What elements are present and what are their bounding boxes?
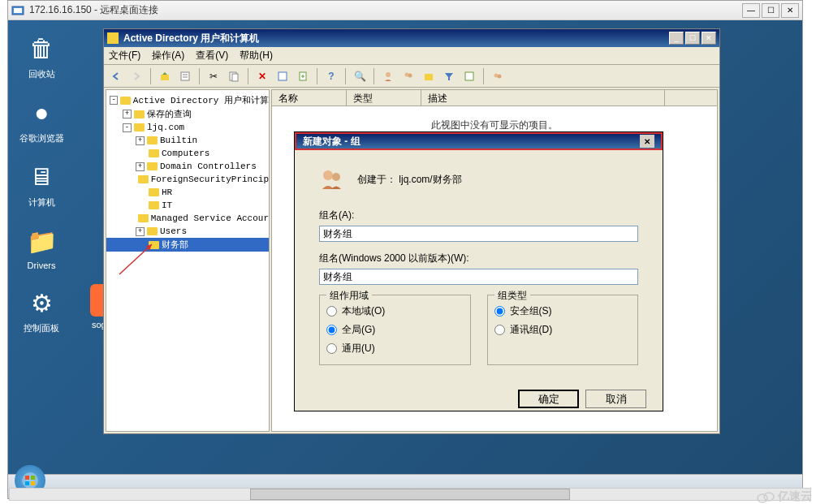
refresh-button[interactable] bbox=[274, 67, 291, 85]
remote-desktop[interactable]: 🗑回收站●谷歌浏览器🖥计算机📁Drivers⚙控制面板 S sogou_ Act… bbox=[8, 20, 802, 498]
ad-minimize-button[interactable]: _ bbox=[669, 32, 684, 45]
radio-label: 通讯组(D) bbox=[510, 323, 553, 337]
tree-expand-toggle[interactable]: + bbox=[136, 162, 145, 171]
up-button[interactable] bbox=[156, 67, 174, 85]
radio-distribution[interactable]: 通讯组(D) bbox=[494, 321, 632, 339]
search-icon[interactable] bbox=[460, 67, 478, 85]
ok-button[interactable]: 确定 bbox=[518, 390, 579, 408]
column-header-desc[interactable]: 描述 bbox=[421, 90, 665, 106]
menu-file[interactable]: 文件(F) bbox=[109, 49, 140, 62]
rdp-close-button[interactable]: ✕ bbox=[781, 3, 799, 18]
rdp-minimize-button[interactable]: — bbox=[742, 3, 760, 18]
find-button[interactable]: 🔍 bbox=[351, 67, 369, 85]
delete-button[interactable]: ✕ bbox=[253, 67, 271, 85]
desktop-icon-control-panel[interactable]: ⚙控制面板 bbox=[16, 286, 67, 334]
dialog-title: 新建对象 - 组 bbox=[303, 135, 640, 149]
tree-node[interactable]: IT bbox=[106, 199, 269, 212]
radio-input-universal[interactable] bbox=[326, 343, 337, 354]
radio-input-global[interactable] bbox=[326, 325, 337, 335]
new-user-icon[interactable] bbox=[379, 67, 397, 85]
menu-action[interactable]: 操作(A) bbox=[152, 49, 184, 62]
tree-expand-toggle[interactable]: + bbox=[123, 110, 132, 118]
filter-icon[interactable] bbox=[440, 67, 458, 85]
radio-security[interactable]: 安全组(S) bbox=[494, 302, 632, 321]
tree-node-label: 保存的查询 bbox=[147, 108, 192, 120]
ad-menu-bar: 文件(F)操作(A)查看(V)帮助(H) bbox=[104, 47, 719, 65]
tree-expand-toggle[interactable]: + bbox=[136, 227, 145, 236]
horizontal-scrollbar[interactable] bbox=[9, 488, 811, 501]
folder-icon bbox=[148, 148, 159, 159]
rdp-icon bbox=[11, 4, 24, 17]
column-header-name[interactable]: 名称 bbox=[272, 90, 347, 106]
tree-node[interactable]: Managed Service Accour bbox=[106, 212, 269, 225]
annotation-arrow bbox=[115, 238, 164, 278]
menu-help[interactable]: 帮助(H) bbox=[240, 49, 273, 62]
desktop-icon-drivers[interactable]: 📁Drivers bbox=[16, 225, 67, 270]
properties-button[interactable] bbox=[176, 67, 194, 85]
ad-maximize-button[interactable]: ☐ bbox=[685, 32, 700, 45]
tree-node[interactable]: HR bbox=[106, 186, 269, 199]
cancel-button[interactable]: 取消 bbox=[585, 390, 646, 408]
tree-node[interactable]: +Users bbox=[106, 225, 269, 238]
folder-icon bbox=[148, 187, 159, 198]
cut-button[interactable]: ✂ bbox=[205, 67, 222, 85]
tree-node[interactable]: -Active Directory 用户和计算 bbox=[106, 93, 269, 107]
tree-node[interactable]: +Domain Controllers bbox=[106, 160, 269, 173]
desktop-icon-label: 回收站 bbox=[28, 68, 55, 80]
desktop-icon-computer[interactable]: 🖥计算机 bbox=[16, 161, 67, 209]
group-name-w2k-input[interactable] bbox=[319, 269, 638, 285]
rdp-window-controls: — ☐ ✕ bbox=[742, 3, 799, 18]
svg-rect-2 bbox=[161, 75, 169, 80]
desktop-icon-label: 计算机 bbox=[28, 196, 55, 209]
tree-node[interactable]: -ljq.com bbox=[106, 121, 269, 134]
rdp-titlebar[interactable]: 172.16.16.150 - 远程桌面连接 — ☐ ✕ bbox=[8, 1, 802, 20]
column-header-type[interactable]: 类型 bbox=[347, 90, 421, 106]
tree-expand-toggle[interactable]: + bbox=[136, 136, 145, 145]
dialog-titlebar[interactable]: 新建对象 - 组 ✕ bbox=[295, 132, 663, 150]
recycle-bin-icon: 🗑 bbox=[25, 32, 58, 65]
desktop-icon-chrome[interactable]: ●谷歌浏览器 bbox=[16, 97, 67, 144]
tree-node[interactable]: +Builtin bbox=[106, 134, 269, 147]
radio-input-distribution[interactable] bbox=[494, 325, 505, 335]
ad-close-button[interactable]: ✕ bbox=[702, 32, 716, 45]
tree-expand-toggle[interactable]: - bbox=[123, 123, 132, 132]
svg-rect-1 bbox=[14, 8, 22, 13]
ad-toolbar: ✂ ✕ ? 🔍 bbox=[104, 65, 719, 88]
radio-input-local[interactable] bbox=[326, 306, 337, 317]
export-button[interactable] bbox=[294, 67, 312, 85]
help-button[interactable]: ? bbox=[322, 67, 340, 85]
desktop-icon-recycle-bin[interactable]: 🗑回收站 bbox=[16, 32, 67, 80]
radio-global[interactable]: 全局(G) bbox=[326, 321, 464, 339]
rdp-maximize-button[interactable]: ☐ bbox=[762, 3, 779, 18]
rdp-window: 172.16.16.150 - 远程桌面连接 — ☐ ✕ 🗑回收站●谷歌浏览器🖥… bbox=[7, 0, 803, 499]
folder-icon bbox=[146, 226, 158, 237]
tree-node[interactable]: Computers bbox=[106, 147, 269, 160]
new-ou-icon[interactable] bbox=[420, 67, 438, 85]
desktop-icon-label: Drivers bbox=[28, 261, 56, 270]
tree-node-label: ForeignSecurityPrincip bbox=[151, 174, 269, 184]
ad-window-title: Active Directory 用户和计算机 bbox=[123, 32, 669, 45]
back-button[interactable] bbox=[107, 67, 125, 85]
tree-node[interactable]: +保存的查询 bbox=[106, 107, 269, 121]
tree-node[interactable]: ForeignSecurityPrincip bbox=[106, 173, 269, 186]
copy-button[interactable] bbox=[225, 67, 243, 85]
svg-rect-8 bbox=[278, 72, 287, 80]
menu-view[interactable]: 查看(V) bbox=[196, 49, 228, 62]
svg-point-16 bbox=[498, 74, 502, 78]
group-name-input[interactable] bbox=[319, 226, 638, 242]
dialog-close-button[interactable]: ✕ bbox=[640, 135, 654, 148]
radio-universal[interactable]: 通用(U) bbox=[326, 339, 464, 358]
new-group-icon[interactable] bbox=[399, 67, 417, 85]
tree-node-label: Builtin bbox=[160, 136, 197, 145]
tree-expand-toggle[interactable]: - bbox=[110, 96, 119, 105]
svg-point-10 bbox=[386, 72, 391, 77]
forward-button[interactable] bbox=[127, 67, 145, 85]
drivers-icon: 📁 bbox=[25, 225, 58, 257]
scope-legend: 组作用域 bbox=[326, 289, 372, 303]
radio-local[interactable]: 本地域(O) bbox=[326, 302, 464, 321]
add-to-group-icon[interactable] bbox=[489, 67, 507, 85]
scrollbar-thumb[interactable] bbox=[250, 489, 570, 500]
radio-input-security[interactable] bbox=[494, 306, 505, 317]
ad-titlebar[interactable]: Active Directory 用户和计算机 _ ☐ ✕ bbox=[104, 29, 719, 47]
folder-icon bbox=[138, 174, 149, 185]
